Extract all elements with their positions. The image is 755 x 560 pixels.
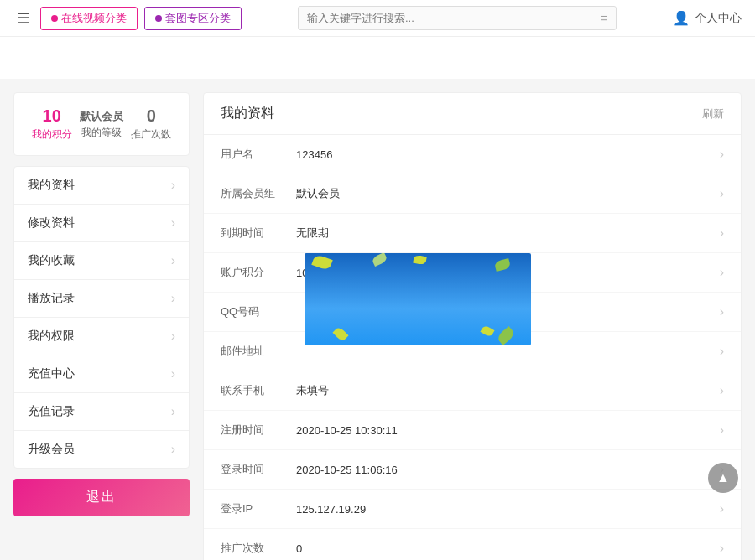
- sidebar-nav-item-3[interactable]: 播放记录›: [14, 280, 189, 318]
- sidebar-nav-item-2[interactable]: 我的收藏›: [14, 242, 189, 280]
- info-fields: 用户名 123456 › 所属会员组 默认会员 › 到期时间 无限期 › 账户积…: [204, 135, 741, 560]
- chevron-right-icon: ›: [171, 366, 175, 381]
- sidebar-nav: 我的资料›修改资料›我的收藏›播放记录›我的权限›充值中心›充值记录›升级会员›: [13, 166, 190, 469]
- chevron-right-icon: ›: [171, 442, 175, 457]
- search-wrap: ≡: [242, 6, 673, 30]
- sidebar-item-label: 我的收藏: [28, 253, 75, 268]
- user-icon: 👤: [673, 10, 690, 26]
- sidebar-item-label: 我的权限: [28, 329, 75, 344]
- leaf-decoration: [480, 324, 494, 338]
- info-value: 0: [296, 542, 720, 555]
- leaf-decoration: [496, 326, 516, 345]
- level-stat: 默认会员 我的等级: [80, 109, 123, 140]
- chevron-right-icon: ›: [720, 186, 724, 201]
- search-input[interactable]: [299, 7, 592, 29]
- info-value: 默认会员: [296, 186, 720, 201]
- dot-icon: [51, 15, 58, 22]
- sidebar-item-label: 我的资料: [28, 178, 75, 193]
- sidebar-item-label: 播放记录: [28, 291, 75, 306]
- chevron-right-icon: ›: [171, 291, 175, 306]
- user-stats: 10 我的积分 默认会员 我的等级 0 推广次数: [13, 92, 190, 156]
- info-label: 注册时间: [221, 423, 296, 438]
- sidebar-nav-item-6[interactable]: 充值记录›: [14, 393, 189, 431]
- sidebar-nav-item-5[interactable]: 充值中心›: [14, 355, 189, 393]
- info-label: 账户积分: [221, 265, 296, 280]
- chevron-right-icon: ›: [720, 501, 724, 516]
- promo-stat: 0 推广次数: [131, 106, 171, 142]
- sidebar-item-label: 充值记录: [28, 404, 75, 419]
- page-title: 我的资料: [221, 105, 274, 122]
- chevron-right-icon: ›: [720, 147, 724, 162]
- info-row-10[interactable]: 推广次数 0 ›: [204, 529, 741, 560]
- leaf-decoration: [332, 326, 348, 342]
- user-profile-btn[interactable]: 👤 个人中心: [673, 10, 742, 26]
- ad-overlay: [305, 253, 531, 345]
- info-label: 邮件地址: [221, 344, 296, 359]
- info-label: 用户名: [221, 147, 296, 162]
- dot-icon-purple: [155, 15, 162, 22]
- info-row-7[interactable]: 注册时间 2020-10-25 10:30:11 ›: [204, 411, 741, 450]
- chevron-right-icon: ›: [171, 178, 175, 193]
- header: ☰ 在线视频分类 套图专区分类 ≡ 👤 个人中心: [0, 0, 755, 37]
- info-label: 联系手机: [221, 383, 296, 398]
- info-row-1[interactable]: 所属会员组 默认会员 ›: [204, 174, 741, 214]
- info-value: 未填号: [296, 383, 720, 398]
- chevron-right-icon: ›: [171, 329, 175, 344]
- leaf-decoration: [371, 253, 388, 267]
- sidebar-item-label: 充值中心: [28, 366, 75, 381]
- chevron-right-icon: ›: [720, 383, 724, 398]
- chevron-right-icon: ›: [171, 215, 175, 231]
- header-left: ☰ 在线视频分类 套图专区分类: [13, 6, 242, 31]
- score-stat: 10 我的积分: [32, 106, 72, 142]
- chevron-right-icon: ›: [720, 344, 724, 359]
- info-label: 登录IP: [221, 501, 296, 516]
- content-area: 我的资料 刷新 用户名 123456 › 所属会员组 默认会员 › 到期时间 无…: [203, 92, 742, 560]
- info-row-2[interactable]: 到期时间 无限期 ›: [204, 214, 741, 253]
- chevron-right-icon: ›: [171, 253, 175, 268]
- sidebar-nav-item-4[interactable]: 我的权限›: [14, 318, 189, 355]
- info-row-6[interactable]: 联系手机 未填号 ›: [204, 371, 741, 411]
- logout-button[interactable]: 退出: [13, 479, 190, 516]
- sidebar-nav-item-7[interactable]: 升级会员›: [14, 431, 189, 468]
- content-header: 我的资料 刷新: [204, 93, 741, 135]
- info-label: 推广次数: [221, 541, 296, 556]
- chevron-right-icon: ›: [720, 304, 724, 319]
- leaf-decoration: [494, 258, 511, 272]
- info-row-0[interactable]: 用户名 123456 ›: [204, 135, 741, 174]
- refresh-button[interactable]: 刷新: [702, 106, 724, 122]
- info-value: 2020-10-25 11:06:16: [296, 464, 720, 476]
- chevron-right-icon: ›: [720, 541, 724, 556]
- info-value: 123456: [296, 148, 720, 161]
- info-label: QQ号码: [221, 304, 296, 319]
- album-nav-btn[interactable]: 套图专区分类: [144, 7, 242, 30]
- main-container: 10 我的积分 默认会员 我的等级 0 推广次数 我的资料›修改资料›我的收藏›…: [0, 79, 755, 560]
- sidebar-item-label: 升级会员: [28, 442, 75, 457]
- info-label: 到期时间: [221, 226, 296, 241]
- info-value: 无限期: [296, 226, 720, 241]
- info-row-3[interactable]: 账户积分 10 ›: [204, 253, 741, 293]
- chevron-right-icon: ›: [720, 265, 724, 280]
- search-icon-btn[interactable]: ≡: [592, 7, 616, 29]
- online-video-nav-btn[interactable]: 在线视频分类: [40, 7, 138, 30]
- info-label: 登录时间: [221, 462, 296, 477]
- search-icon: ≡: [601, 12, 607, 24]
- info-value: 2020-10-25 10:30:11: [296, 424, 720, 437]
- sidebar-item-label: 修改资料: [28, 215, 75, 231]
- sidebar-nav-item-0[interactable]: 我的资料›: [14, 167, 189, 205]
- info-row-8[interactable]: 登录时间 2020-10-25 11:06:16 ›: [204, 450, 741, 490]
- info-row-9[interactable]: 登录IP 125.127.19.29 ›: [204, 490, 741, 529]
- chevron-right-icon: ›: [720, 226, 724, 241]
- info-value: 125.127.19.29: [296, 503, 720, 516]
- info-label: 所属会员组: [221, 186, 296, 201]
- banner-area: [0, 37, 755, 79]
- sidebar-nav-item-1[interactable]: 修改资料›: [14, 205, 189, 242]
- menu-icon[interactable]: ☰: [13, 6, 34, 31]
- sidebar: 10 我的积分 默认会员 我的等级 0 推广次数 我的资料›修改资料›我的收藏›…: [13, 92, 190, 560]
- scroll-top-button[interactable]: ▲: [708, 463, 738, 493]
- chevron-right-icon: ›: [171, 404, 175, 419]
- search-box: ≡: [298, 6, 617, 30]
- chevron-right-icon: ›: [720, 423, 724, 438]
- leaf-decoration: [413, 255, 427, 265]
- leaf-decoration: [311, 254, 332, 272]
